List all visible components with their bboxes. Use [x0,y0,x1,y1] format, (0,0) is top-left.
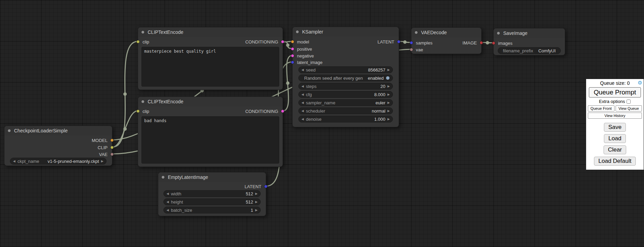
save-button[interactable]: Save [604,123,626,132]
collapse-dot-icon[interactable] [161,176,165,179]
widget-value: euler [375,100,385,105]
output-slot-conditioning[interactable]: CONDITIONING [138,108,283,114]
node-title: KSampler [302,29,323,35]
widget-seed[interactable]: ◀ seed 8566257 ▶ [298,66,393,73]
output-slot-conditioning[interactable]: CONDITIONING [138,39,283,44]
collapse-dot-icon[interactable] [8,129,11,132]
slot-dot-clip[interactable] [110,146,114,149]
increment-arrow-icon[interactable]: ▶ [387,66,390,73]
decrement-arrow-icon[interactable]: ◀ [301,66,304,73]
slot-dot-vae[interactable] [110,153,114,156]
slot-dot-conditioning[interactable] [281,109,284,113]
decrement-arrow-icon[interactable]: ◀ [301,99,304,106]
node-checkpoint-loader-simple[interactable]: CheckpointLoaderSimple MODEL CLIP VAE ◀ … [4,126,112,166]
load-button[interactable]: Load [604,134,626,143]
slot-dot-positive[interactable] [291,47,294,51]
widget-ckpt-name[interactable]: ◀ ckpt_name v1-5-pruned-emaonly.ckpt ▶ [10,158,107,165]
collapse-dot-icon[interactable] [497,31,500,35]
node-title-bar[interactable]: VAEDecode [411,28,481,37]
node-clip-text-encode-positive[interactable]: CLIPTextEncode clip CONDITIONING masterp… [138,27,283,90]
prompt-textarea[interactable]: bad hands [141,116,279,164]
view-history-button[interactable]: View History [588,113,642,119]
input-slot-vae[interactable]: vae [411,47,481,52]
prompt-textarea[interactable]: masterpiece best quality girl [141,47,279,87]
node-title-bar[interactable]: CheckpointLoaderSimple [4,126,112,135]
increment-arrow-icon[interactable]: ▶ [387,116,390,122]
decrement-arrow-icon[interactable]: ◀ [301,107,304,114]
node-empty-latent-image[interactable]: EmptyLatentImage LATENT ◀ width 512 ▶ ◀ … [158,172,266,216]
widget-scheduler[interactable]: ◀ scheduler normal ▶ [298,107,393,114]
slot-label: CLIP [98,145,108,150]
increment-arrow-icon[interactable]: ▶ [387,107,390,114]
input-slot-images[interactable]: images [494,40,565,46]
slot-dot-negative[interactable] [291,54,294,57]
queue-prompt-button[interactable]: Queue Prompt [589,87,641,98]
slot-dot-latent-image[interactable] [291,61,294,64]
slot-dot-latent[interactable] [264,185,268,188]
node-save-image[interactable]: SaveImage images filename_prefix ComfyUI [493,28,565,55]
link-midpoint-dot [123,92,127,96]
decrement-arrow-icon[interactable]: ◀ [166,198,169,205]
widget-value: 1.000 [374,117,386,122]
node-ksampler[interactable]: KSampler model positive negative latent_… [292,27,399,127]
clear-button[interactable]: Clear [604,145,627,154]
node-vae-decode[interactable]: VAEDecode samples vae IMAGE [411,27,482,54]
node-title-bar[interactable]: SaveImage [494,28,565,38]
decrement-arrow-icon[interactable]: ◀ [166,190,169,197]
increment-arrow-icon[interactable]: ▶ [255,207,258,213]
increment-arrow-icon[interactable]: ▶ [387,91,390,98]
input-slot-negative[interactable]: negative [293,53,399,58]
slot-dot-image[interactable] [480,41,483,44]
increment-arrow-icon[interactable]: ▶ [387,99,390,106]
slot-dot-conditioning[interactable] [281,40,284,43]
node-clip-text-encode-negative[interactable]: CLIPTextEncode clip CONDITIONING bad han… [138,96,283,167]
slot-dot-vae[interactable] [410,48,413,51]
output-slot-image[interactable]: IMAGE [411,40,481,46]
increment-arrow-icon[interactable]: ▶ [255,190,258,197]
widget-denoise[interactable]: ◀ denoise 1.000 ▶ [298,116,393,122]
slot-label: latent_image [297,60,322,65]
node-title-bar[interactable]: KSampler [293,27,399,37]
toggle-knob-icon[interactable] [386,76,390,80]
comfy-menu-panel: Queue size: 0 ⚙ Queue Prompt Extra optio… [586,79,644,170]
decrement-arrow-icon[interactable]: ◀ [301,83,304,90]
node-title-bar[interactable]: CLIPTextEncode [138,27,283,37]
output-slot-model[interactable]: MODEL [4,138,112,143]
decrement-arrow-icon[interactable]: ◀ [301,91,304,98]
slot-dot-model[interactable] [110,139,114,142]
collapse-dot-icon[interactable] [141,30,145,34]
widget-steps[interactable]: ◀ steps 20 ▶ [298,83,393,90]
output-slot-latent[interactable]: LATENT [158,184,266,189]
slot-dot-latent[interactable] [397,40,400,43]
increment-arrow-icon[interactable]: ▶ [255,198,258,205]
decrement-arrow-icon[interactable]: ◀ [301,116,304,122]
load-default-button[interactable]: Load Default [594,157,636,166]
widget-random-seed-toggle[interactable]: Random seed after every gen enabled [298,75,393,81]
node-title-bar[interactable]: EmptyLatentImage [158,172,266,182]
increment-arrow-icon[interactable]: ▶ [387,83,390,90]
queue-front-button[interactable]: Queue Front [588,105,615,112]
widget-batch-size[interactable]: ◀ batch_size 1 ▶ [163,207,261,213]
widget-width[interactable]: ◀ width 512 ▶ [163,190,261,197]
view-queue-button[interactable]: View Queue [616,105,642,112]
decrement-arrow-icon[interactable]: ◀ [13,158,15,165]
increment-arrow-icon[interactable]: ▶ [101,158,103,165]
output-slot-vae[interactable]: VAE [4,152,112,157]
output-slot-clip[interactable]: CLIP [4,145,112,150]
link-midpoint-dot [286,43,289,47]
input-slot-positive[interactable]: positive [293,46,399,52]
extra-options-checkbox[interactable] [627,100,631,104]
widget-cfg[interactable]: ◀ cfg 8.000 ▶ [298,91,393,98]
widget-sampler-name[interactable]: ◀ sampler_name euler ▶ [298,99,393,106]
widget-height[interactable]: ◀ height 512 ▶ [163,198,261,205]
collapse-dot-icon[interactable] [141,100,145,103]
slot-dot-images[interactable] [492,41,495,45]
settings-gear-icon[interactable]: ⚙ [638,80,642,86]
output-slot-latent[interactable]: LATENT [293,39,399,44]
collapse-dot-icon[interactable] [414,31,418,34]
input-slot-latent-image[interactable]: latent_image [293,60,399,65]
decrement-arrow-icon[interactable]: ◀ [166,207,169,213]
node-title-bar[interactable]: CLIPTextEncode [138,97,283,106]
collapse-dot-icon[interactable] [296,30,299,34]
widget-filename-prefix[interactable]: filename_prefix ComfyUI [498,47,561,54]
